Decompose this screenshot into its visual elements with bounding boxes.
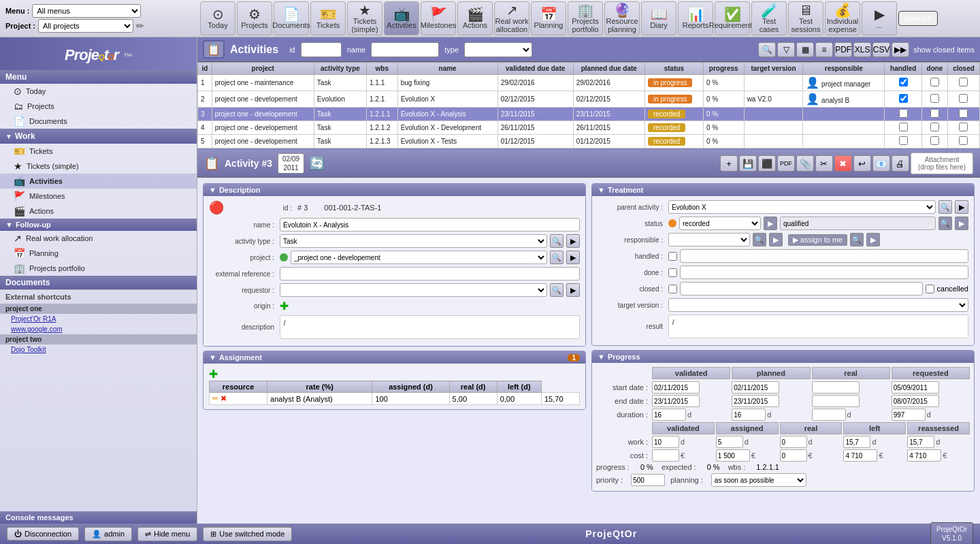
- assign-add-icon[interactable]: ✚: [209, 368, 218, 380]
- new-tab-button[interactable]: New tab: [898, 11, 938, 26]
- col-validated-due-date[interactable]: validated due date: [497, 63, 573, 75]
- table-row[interactable]: 1 project one - maintenance Task 1.1.1 b…: [198, 75, 980, 91]
- col-progress[interactable]: progress: [703, 63, 744, 75]
- assign-delete-icon[interactable]: ✖: [220, 394, 227, 402]
- activity-type-nav-icon[interactable]: ▶: [566, 234, 580, 248]
- sidebar-menu-header[interactable]: Menu: [0, 70, 197, 84]
- desc-textarea[interactable]: 𝑰: [280, 315, 580, 339]
- end-date-planned[interactable]: [732, 395, 779, 407]
- end-date-validated[interactable]: [652, 395, 700, 407]
- tb-resource-planning[interactable]: 🔮Resource planning: [604, 1, 640, 35]
- sidebar-item-tickets-simple[interactable]: ★ Tickets (simple): [0, 159, 197, 174]
- duration-real[interactable]: [812, 409, 846, 421]
- sidebar-ext-link-2[interactable]: www.google.com: [0, 324, 197, 334]
- project-select[interactable]: All projects: [38, 19, 133, 33]
- table-row[interactable]: 2 project one - developement Evolution 1…: [198, 91, 980, 108]
- cell-closed[interactable]: [947, 75, 979, 91]
- undo-btn[interactable]: ↩: [853, 155, 871, 172]
- handled-checkbox[interactable]: [668, 252, 677, 261]
- tb-milestones[interactable]: 🚩Milestones: [421, 1, 456, 35]
- duration-planned[interactable]: [732, 409, 766, 421]
- sidebar-work-header[interactable]: Work: [15, 130, 191, 142]
- sidebar-item-documents-top[interactable]: 📄 Documents: [0, 114, 197, 129]
- tb-test-cases[interactable]: 🧪Test cases: [751, 1, 787, 35]
- sidebar-item-projects[interactable]: 🗂 Projects: [0, 99, 197, 114]
- cell-handled[interactable]: [885, 75, 922, 91]
- col-activity-type[interactable]: activity type: [314, 63, 366, 75]
- cell-closed[interactable]: [947, 135, 979, 148]
- closed-input[interactable]: [680, 282, 923, 295]
- col-done[interactable]: done: [922, 63, 948, 75]
- status-search-icon[interactable]: ▶: [764, 217, 777, 230]
- all-menus-select[interactable]: All menus: [32, 4, 141, 18]
- tb-planning[interactable]: 📅Planning: [531, 1, 566, 35]
- end-date-requested[interactable]: [892, 395, 939, 407]
- cell-done[interactable]: [922, 135, 948, 148]
- tb-diary[interactable]: 📖Diary: [641, 1, 676, 35]
- attachment-drop-zone[interactable]: Attachment(drop files here): [911, 153, 973, 174]
- work-collapse-icon[interactable]: ▼: [5, 133, 12, 140]
- qualified-search-icon[interactable]: 🔍: [938, 217, 952, 230]
- work-left[interactable]: [843, 436, 870, 448]
- col-name[interactable]: name: [397, 63, 497, 75]
- responsible-search-icon[interactable]: 🔍: [753, 233, 766, 246]
- tb-activities[interactable]: 📺Activities: [384, 1, 419, 35]
- planning-select[interactable]: as soon as possible: [711, 473, 806, 487]
- done-checkbox[interactable]: [668, 268, 677, 277]
- edit-project-icon[interactable]: ✏: [136, 20, 144, 31]
- tb-individual-expense[interactable]: 💰Individual expense: [825, 1, 860, 35]
- cost-assigned[interactable]: [716, 449, 750, 462]
- email-btn[interactable]: 📧: [872, 155, 890, 172]
- sidebar-documents-header[interactable]: Documents: [0, 276, 197, 289]
- col-responsible[interactable]: responsible: [803, 63, 885, 75]
- csv-btn[interactable]: CSV: [872, 42, 890, 57]
- assignment-header[interactable]: ▼ Assignment 1: [203, 351, 585, 364]
- responsible-select[interactable]: [668, 233, 750, 246]
- cell-handled[interactable]: [885, 135, 922, 148]
- cell-closed[interactable]: [947, 108, 979, 121]
- work-assigned[interactable]: [716, 436, 743, 448]
- tb-real-work[interactable]: ↗Real work allocation: [494, 1, 529, 35]
- col-id[interactable]: id: [198, 63, 212, 75]
- filter-btn[interactable]: ▽: [777, 42, 795, 57]
- result-textarea[interactable]: 𝑰: [668, 315, 968, 338]
- requestor-search-icon[interactable]: 🔍: [550, 283, 564, 297]
- work-reassessed[interactable]: [907, 436, 934, 448]
- cut-btn[interactable]: ✂: [815, 155, 833, 172]
- pdf-det-btn[interactable]: PDF: [777, 155, 795, 172]
- start-date-real[interactable]: [812, 381, 860, 394]
- tb-tickets-simple[interactable]: ★Tickets (simple): [347, 1, 382, 35]
- sidebar-item-real-work[interactable]: ↗ Real work allocation: [0, 231, 197, 246]
- tb-projects[interactable]: ⚙Projects: [237, 1, 272, 35]
- progress-header[interactable]: ▼ Progress: [592, 351, 974, 363]
- tb-tickets[interactable]: 🎫Tickets: [310, 1, 346, 35]
- project-nav-icon[interactable]: ▶: [566, 251, 580, 264]
- requestor-select[interactable]: [280, 283, 547, 297]
- copy-btn[interactable]: ⬛: [758, 155, 776, 172]
- tb-today[interactable]: ⊙Today: [200, 1, 235, 35]
- cost-left[interactable]: [843, 449, 877, 462]
- status-field-select[interactable]: recorded: [679, 217, 761, 230]
- view-btn[interactable]: ▦: [796, 42, 814, 57]
- type-filter-select[interactable]: [464, 42, 532, 57]
- table-row-selected[interactable]: 3 project one - developement Task 1.2.1.…: [198, 108, 980, 121]
- tb-test-sessions[interactable]: 🖥Test sessions: [788, 1, 823, 35]
- pager-btn[interactable]: ▶▶: [892, 42, 909, 57]
- cell-closed[interactable]: [947, 121, 979, 135]
- attach-btn[interactable]: 📎: [796, 155, 814, 172]
- tb-actions[interactable]: 🎬Actions: [457, 1, 493, 35]
- cell-handled[interactable]: [885, 121, 922, 135]
- duration-validated[interactable]: [652, 409, 686, 421]
- tb-documents[interactable]: 📄Documents: [274, 1, 309, 35]
- sidebar-item-milestones[interactable]: 🚩 Milestones: [0, 189, 197, 204]
- tb-projects-portfolio[interactable]: 🏢Projects portfolio: [568, 1, 603, 35]
- activity-type-search-icon[interactable]: 🔍: [550, 234, 564, 248]
- cell-done[interactable]: [922, 108, 948, 121]
- cell-done[interactable]: [922, 91, 948, 108]
- work-real[interactable]: [780, 436, 807, 448]
- col-planned-due-date[interactable]: planned due date: [573, 63, 644, 75]
- closed-checkbox[interactable]: [668, 285, 677, 293]
- handled-input[interactable]: [680, 249, 968, 263]
- sidebar-ext-link-3[interactable]: Dojo Toolkit: [0, 345, 197, 355]
- assign-to-me-search-icon[interactable]: 🔍: [850, 233, 864, 246]
